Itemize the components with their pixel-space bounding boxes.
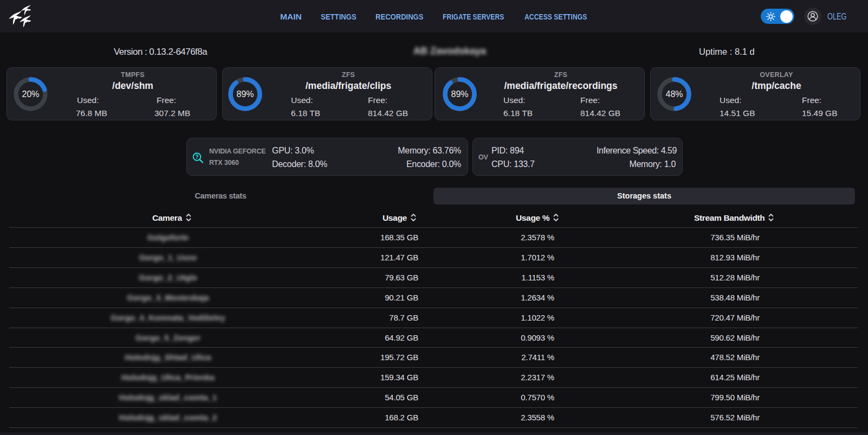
svg-text:?: ? (195, 153, 198, 160)
